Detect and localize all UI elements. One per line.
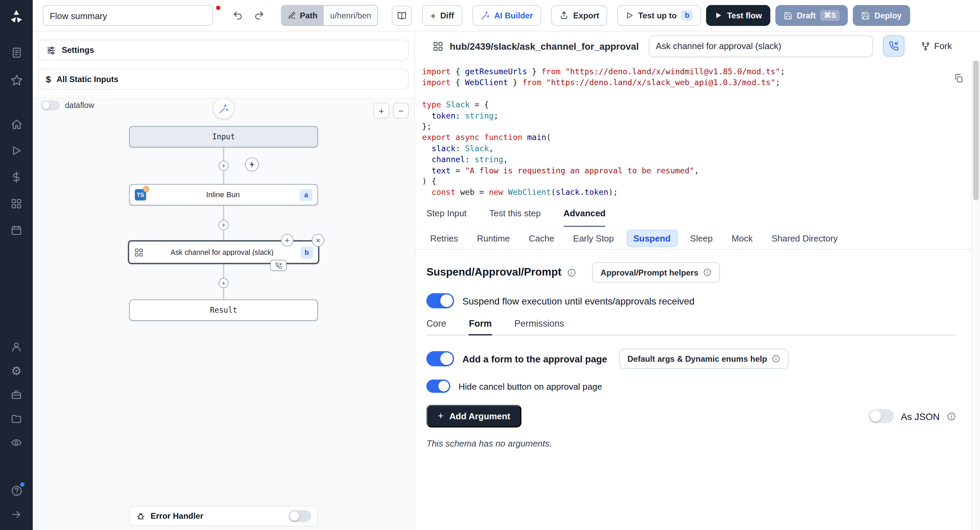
pencil-icon: [288, 11, 296, 19]
add-form-toggle[interactable]: [426, 351, 454, 366]
tab-suspend[interactable]: Suspend: [627, 229, 678, 247]
hub-icon: [134, 247, 143, 257]
draft-button[interactable]: Draft ⌘S: [775, 5, 848, 26]
workers-icon[interactable]: [10, 388, 24, 402]
flow-settings-button[interactable]: Settings: [38, 40, 409, 61]
wand-icon: [218, 103, 229, 114]
bun-emoji: [143, 186, 150, 192]
tab-advanced[interactable]: Advanced: [563, 208, 606, 227]
scrollbar-thumb[interactable]: [973, 61, 979, 201]
plus-icon: +: [430, 10, 436, 21]
dollar-icon: $: [46, 74, 51, 84]
expand-sidebar-icon[interactable]: [10, 508, 24, 522]
flow-summary-input[interactable]: [43, 5, 213, 26]
tab-step-input[interactable]: Step Input: [426, 208, 466, 227]
folder-icon[interactable]: [10, 412, 24, 426]
docs-book-button[interactable]: [392, 5, 412, 26]
copy-code-button[interactable]: [953, 73, 964, 83]
test-flow-button[interactable]: Test flow: [706, 5, 770, 26]
tab-early-stop[interactable]: Early Stop: [567, 230, 620, 246]
dataflow-toggle[interactable]: [41, 100, 60, 110]
delete-step-button[interactable]: ×: [312, 234, 324, 247]
all-static-inputs-button[interactable]: $ All Static Inputs: [38, 69, 409, 89]
deploy-button[interactable]: Deploy: [853, 5, 910, 26]
add-branch-button[interactable]: +: [281, 234, 294, 247]
scrollbar-track[interactable]: [971, 61, 980, 530]
audit-eye-icon[interactable]: [10, 436, 24, 450]
error-handler-row[interactable]: Error Handler: [129, 506, 318, 527]
info-icon[interactable]: [567, 268, 577, 277]
resources-icon[interactable]: [10, 197, 24, 211]
step-id-badge: b: [301, 246, 313, 258]
path-segment: Path: [282, 6, 324, 25]
fork-icon: [921, 41, 930, 51]
suspend-panel: Suspend/Approval/Prompt Approval/Prompt …: [415, 250, 971, 530]
user-icon[interactable]: [10, 340, 24, 354]
fork-button[interactable]: Fork: [921, 41, 952, 51]
node-input[interactable]: Input: [129, 126, 318, 147]
tab-permissions[interactable]: Permissions: [514, 318, 564, 335]
redo-button[interactable]: [250, 6, 269, 25]
zoom-in-button[interactable]: +: [374, 103, 389, 118]
default-args-help-button[interactable]: Default args & Dynamic enums help: [619, 349, 789, 369]
tab-mock[interactable]: Mock: [725, 230, 759, 246]
windmill-logo[interactable]: [8, 8, 24, 24]
approval-helpers-button[interactable]: Approval/Prompt helpers: [592, 262, 720, 283]
empty-schema-note: This schema has no arguments.: [426, 438, 956, 448]
gear-icon[interactable]: ⚙: [10, 364, 24, 378]
ai-flow-builder-button[interactable]: [213, 98, 234, 119]
undo-button[interactable]: [228, 6, 247, 25]
step-name-input[interactable]: [649, 35, 873, 57]
windmill-flow-editor: ⚙ Path u/h: [0, 0, 980, 530]
step-id-badge: a: [300, 189, 312, 201]
trigger-bolt-button[interactable]: [245, 158, 259, 172]
add-argument-button[interactable]: + Add Argument: [426, 405, 522, 428]
info-icon[interactable]: [947, 412, 956, 421]
tab-retries[interactable]: Retries: [424, 230, 465, 246]
node-result[interactable]: Result: [129, 299, 318, 321]
book-icon: [397, 11, 407, 21]
tab-shared-directory[interactable]: Shared Directory: [765, 230, 844, 246]
ai-builder-button[interactable]: AI Builder: [472, 5, 541, 26]
tab-sleep[interactable]: Sleep: [684, 230, 719, 246]
save-icon: [861, 11, 870, 20]
play-icon: [626, 11, 634, 19]
test-up-to-button[interactable]: Test up to b: [617, 5, 701, 26]
tab-runtime[interactable]: Runtime: [471, 230, 516, 246]
suspend-toggle[interactable]: [426, 293, 454, 308]
tab-form[interactable]: Form: [469, 318, 492, 335]
step-header: hub/2439/slack/ask_channel_for_approval …: [415, 32, 980, 61]
topbar: Path u/henri/ben + Diff AI Builder Expor…: [33, 0, 980, 32]
journal-icon[interactable]: [10, 45, 24, 59]
hide-cancel-toggle[interactable]: [426, 380, 450, 393]
suspend-phone-badge: [270, 260, 286, 271]
tab-test-this-step[interactable]: Test this step: [489, 208, 541, 227]
insert-step-button[interactable]: +: [218, 278, 229, 288]
draft-shortcut-badge: ⌘S: [820, 10, 840, 21]
variables-icon[interactable]: [10, 170, 24, 184]
diff-button[interactable]: + Diff: [422, 5, 462, 26]
wand-icon: [480, 11, 490, 20]
code-editor[interactable]: import { getResumeUrls } from "https://d…: [415, 61, 971, 208]
phone-incoming-icon: [889, 41, 899, 51]
as-json-toggle[interactable]: [869, 409, 894, 423]
zoom-out-button[interactable]: −: [393, 103, 409, 118]
error-handler-toggle[interactable]: [288, 510, 311, 522]
home-icon[interactable]: [10, 117, 24, 131]
star-icon[interactable]: [10, 73, 24, 87]
runs-icon[interactable]: [10, 144, 24, 158]
node-inline-bun[interactable]: TS Inline Bun a: [129, 184, 318, 205]
export-button[interactable]: Export: [551, 5, 608, 26]
path-segmented-control[interactable]: Path u/henri/ben: [281, 5, 378, 26]
schedules-icon[interactable]: [10, 223, 24, 237]
help-icon[interactable]: [10, 484, 24, 498]
tab-cache[interactable]: Cache: [522, 230, 560, 246]
tab-core[interactable]: Core: [426, 318, 446, 335]
insert-step-button[interactable]: +: [218, 220, 229, 230]
info-icon: [772, 354, 780, 363]
insert-step-button[interactable]: +: [218, 161, 229, 171]
typescript-icon: TS: [135, 189, 146, 200]
suspend-mode-button[interactable]: [883, 35, 904, 57]
error-handler-label: Error Handler: [150, 511, 203, 521]
path-segment-label: Path: [300, 11, 318, 20]
